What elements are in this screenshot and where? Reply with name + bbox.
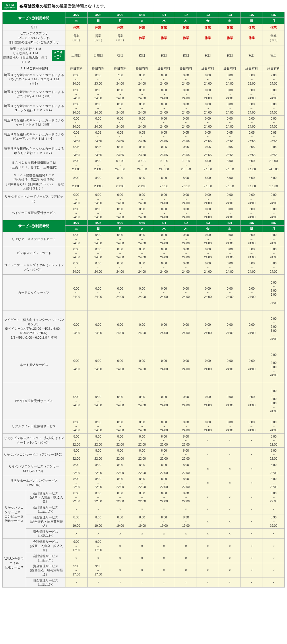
data-cell: 0:00 ～ 24:00 bbox=[175, 246, 197, 260]
data-cell: 0:05 ～ 23:55 bbox=[219, 130, 241, 144]
data-cell: 0:00 ～ 24:00 bbox=[65, 72, 87, 87]
date-header: 4/29 bbox=[109, 220, 131, 226]
data-cell: 8:00 ～ 22:00 bbox=[109, 433, 131, 448]
data-cell: 0:00 ～ 24:00 bbox=[263, 115, 284, 130]
data-cell: 8:00 ～ 22:00 bbox=[65, 462, 87, 476]
row-label: りそなＶｉｓａデビットカード bbox=[3, 232, 65, 246]
data-cell: × bbox=[241, 504, 263, 514]
row-label: 埼玉りそな銀行のキャッシュカードによる バンクタイムＡＴＭ・ココモＡＴＭ（※2） bbox=[3, 72, 65, 87]
data-cell: × bbox=[219, 539, 241, 553]
date-header: 5/1 bbox=[153, 220, 175, 226]
data-cell: 0:05 ～ 23:50 bbox=[131, 144, 153, 158]
data-cell: 0:00 ～ 24:00 bbox=[87, 419, 109, 434]
row-label: 埼玉りそな銀行のキャッシュカードによる ビューアルッテＡＴＭ（※6） bbox=[3, 130, 65, 144]
data-cell: 休業 bbox=[153, 30, 175, 46]
day-header: 月 bbox=[263, 18, 284, 24]
data-cell: 休業 bbox=[197, 24, 219, 30]
row-sublabel: 会計情報サービス （上記以外） bbox=[26, 553, 65, 563]
data-cell: 0:00 ～ 24:00 bbox=[153, 206, 175, 220]
row-group-label: りそなパソコンサービス・ コンピュータ伝送サービス bbox=[3, 490, 26, 539]
data-cell: 8:00 ～ 2 1:00 bbox=[219, 172, 241, 192]
data-cell: 0:00 ～ 24:00 bbox=[65, 260, 87, 275]
data-cell: 8:00 ～ 22:00 bbox=[65, 448, 87, 462]
date-header: 5/4 bbox=[219, 220, 241, 226]
data-cell: × bbox=[65, 529, 87, 539]
data-cell: × bbox=[153, 577, 175, 587]
data-cell: 8:00 ～ 22:00 bbox=[263, 476, 284, 490]
top-note: ＡＴＭ コーナー 各店舗設定の曜日毎の通常営業時間となります。 bbox=[2, 2, 285, 10]
data-cell: 0:00 ～ 24:00 bbox=[175, 260, 197, 275]
data-cell: 0:05 ～ 23:55 bbox=[153, 130, 175, 144]
data-cell: 8:30 ～ 19:00 bbox=[87, 514, 109, 529]
atm-corner-badge-inline: ＡＴＭコーナー bbox=[52, 50, 65, 61]
data-cell: 0:00 ～ 24:00 bbox=[263, 101, 284, 116]
data-cell: 8：00 ～ 24：00 bbox=[263, 158, 284, 172]
data-cell: × bbox=[219, 433, 241, 448]
data-cell: 休業 bbox=[65, 24, 87, 30]
data-cell: × bbox=[65, 504, 87, 514]
data-cell: 0:00 ～ 24:00 bbox=[241, 260, 263, 275]
data-cell: × bbox=[219, 476, 241, 490]
data-cell: 0:00 ～ 24:00 bbox=[87, 206, 109, 220]
store-settings-link[interactable]: 各店舗設定の bbox=[20, 4, 44, 8]
data-cell: 0:00 ～ 24:00 bbox=[197, 246, 219, 260]
data-cell: 8:00 ～ 22:00 bbox=[87, 462, 109, 476]
row-label: 埼玉りそな銀行のキャッシュカードによる セブン銀行ＡＴＭ（※3） bbox=[3, 87, 65, 101]
data-cell: 0:00 ～ 24:00 bbox=[153, 311, 175, 347]
day-header: 日 bbox=[241, 18, 263, 24]
data-cell: 8:00 ～ 22:00 bbox=[87, 490, 109, 504]
data-cell: 0:00 ～ 24:00 bbox=[131, 72, 153, 87]
schedule-table: サービス別利用時間4/274/284/294/305/15/25/35/45/5… bbox=[2, 12, 285, 588]
data-cell: × bbox=[197, 490, 219, 504]
data-cell: 0:00 ～ 24:00 bbox=[263, 419, 284, 434]
data-cell: × bbox=[197, 563, 219, 577]
data-cell: 8:00 ～ 2 1:00 bbox=[153, 172, 175, 192]
data-cell: 0:00 ～ 24:00 bbox=[241, 347, 263, 383]
data-cell: 8:00 ～ 22:00 bbox=[131, 476, 153, 490]
data-cell: × bbox=[263, 529, 284, 539]
data-cell: 8:00 ～ 22:00 bbox=[175, 462, 197, 476]
data-cell: 8:00 ～ 2 1:00 bbox=[219, 158, 241, 172]
data-cell: 0:05 ～ 23:55 bbox=[87, 144, 109, 158]
data-cell: × bbox=[241, 462, 263, 476]
data-cell: 終日有料 bbox=[241, 65, 263, 72]
row-label: りそなビジネスダイレクト（法人向けインターネットバンキング） bbox=[3, 433, 65, 448]
data-cell: 0:00 ～ 2:00 6:00 ～ 24:00 bbox=[263, 274, 284, 311]
data-cell: 0:00 ～ 24:00 bbox=[109, 419, 131, 434]
data-cell: 0:00 ～ 24:00 bbox=[175, 419, 197, 434]
row-label: ネット振込サービス bbox=[3, 347, 65, 383]
data-cell: 0:05 ～ 23:55 bbox=[197, 130, 219, 144]
data-cell: 0:00 ～ 24:00 bbox=[153, 383, 175, 419]
data-cell: 0:00 ～ 24:00 bbox=[241, 115, 263, 130]
data-cell: 8:00 ～ 22:00 bbox=[87, 476, 109, 490]
data-cell: 0:00 ～ 24:00 bbox=[197, 232, 219, 246]
date-header: 4/29 bbox=[109, 12, 131, 18]
data-cell: × bbox=[153, 563, 175, 577]
data-cell: × bbox=[197, 539, 219, 553]
data-cell: × bbox=[241, 490, 263, 504]
data-cell: × bbox=[241, 448, 263, 462]
data-cell: × bbox=[87, 553, 109, 563]
data-cell: × bbox=[241, 514, 263, 529]
data-cell: 0:00 ～ 24:00 bbox=[219, 192, 241, 206]
data-cell: 0:00 ～ 24:00 bbox=[87, 87, 109, 101]
data-cell: × bbox=[131, 504, 153, 514]
data-cell: 0:05 ～ 23:55 bbox=[87, 130, 109, 144]
data-cell: 0:00 ～ 24:00 bbox=[109, 115, 131, 130]
data-cell: × bbox=[241, 539, 263, 553]
data-cell: 0:00 ～ 24:00 bbox=[219, 274, 241, 311]
data-cell: 終日有料 bbox=[87, 65, 109, 72]
data-cell: 0:00 ～ 24:00 bbox=[219, 260, 241, 275]
data-cell: 0:00 ～ 24:00 bbox=[175, 311, 197, 347]
data-cell: 0：00 ～ 24：00 bbox=[153, 158, 175, 172]
data-cell: 休業 bbox=[219, 30, 241, 46]
data-cell: × bbox=[65, 577, 87, 587]
data-cell: 0:00 ～ 24:00 bbox=[197, 347, 219, 383]
data-cell: 0:00 ～ 24:00 bbox=[109, 311, 131, 347]
data-cell: × bbox=[197, 433, 219, 448]
data-cell: × bbox=[197, 476, 219, 490]
data-cell: 0:00 ～ 24:00 bbox=[241, 87, 263, 101]
data-cell: 0:05 ～ 23:55 bbox=[263, 130, 284, 144]
data-cell: 0:00 ～ 24:00 bbox=[241, 419, 263, 434]
data-cell: 0:00 ～ 24:00 bbox=[219, 419, 241, 434]
